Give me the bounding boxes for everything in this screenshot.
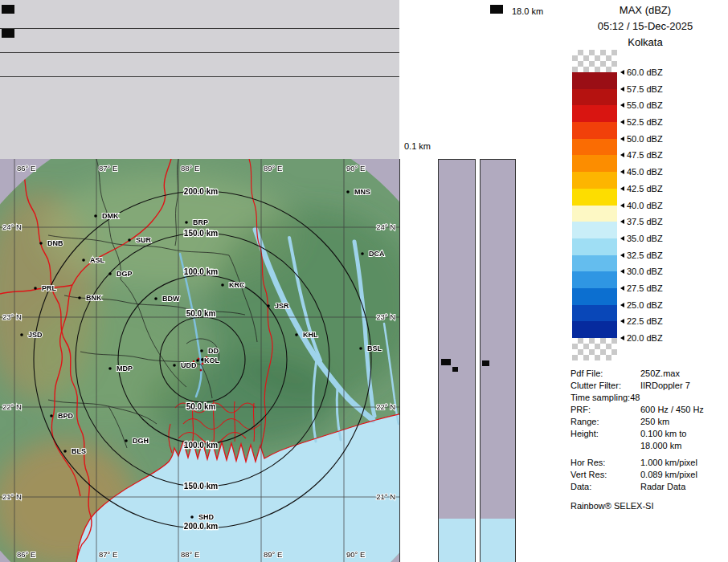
info-row: Vert Res:0.089 km/pixel bbox=[571, 469, 725, 481]
lon-label-top: 89° E bbox=[264, 164, 282, 173]
station-label-DGH: DGH bbox=[133, 437, 149, 445]
lon-label-bottom: 89° E bbox=[264, 550, 282, 559]
station-dot-JSR bbox=[267, 304, 270, 307]
station-label-DMK: DMK bbox=[102, 212, 119, 220]
colorbar-segment-14 bbox=[572, 305, 617, 322]
colorbar-segment-10 bbox=[572, 238, 617, 255]
station-dot-DCA bbox=[361, 252, 364, 255]
colorbar-segment-7 bbox=[572, 189, 617, 206]
station-label-ASL: ASL bbox=[90, 256, 105, 264]
station-label-JSD: JSD bbox=[28, 331, 43, 339]
station-dot-KRC bbox=[221, 283, 224, 287]
info-label: Height: bbox=[571, 428, 640, 440]
lon-label-bottom: 87° E bbox=[99, 550, 117, 559]
axis-tick-marker bbox=[2, 29, 14, 38]
echo-mark bbox=[441, 359, 451, 365]
station-label-DNB: DNB bbox=[47, 239, 63, 247]
height-gridline bbox=[0, 52, 399, 53]
radar-app-window: 18.0 km 0.1 km bbox=[0, 0, 728, 562]
legend-arrow-icon bbox=[620, 70, 624, 75]
lat-label-right: 22° N bbox=[376, 402, 395, 411]
info-row: Time sampling:48 bbox=[571, 392, 725, 404]
legend-label: 35.0 dBZ bbox=[627, 234, 663, 243]
legend-label: 60.0 dBZ bbox=[627, 67, 663, 77]
top-height-panel bbox=[0, 0, 399, 160]
info-row: Clutter Filter:IIRDoppler 7 bbox=[571, 380, 725, 392]
legend-label-row: 57.5 dBZ bbox=[620, 84, 663, 94]
station-dot-DD bbox=[200, 349, 203, 352]
colorbar-segment-13 bbox=[572, 288, 617, 305]
range-ring-label: 150.0 km bbox=[184, 482, 218, 491]
range-ring-label: 200.0 km bbox=[184, 522, 218, 531]
info-row: 18.000 km bbox=[571, 440, 725, 452]
station-dot-BDW bbox=[154, 297, 157, 300]
legend-label: 57.5 dBZ bbox=[627, 84, 663, 94]
legend-label-row: 20.0 dBZ bbox=[620, 333, 663, 343]
lat-label-right: 23° N bbox=[376, 312, 395, 321]
lat-label-right: 21° N bbox=[376, 492, 395, 501]
colorbar-segment-5 bbox=[572, 155, 617, 172]
station-dot-PRL bbox=[34, 287, 37, 290]
product-info-block: Pdf File:250Z.maxClutter Filter:IIRDoppl… bbox=[571, 368, 725, 511]
station-label-BSL: BSL bbox=[367, 344, 382, 352]
station-dot-MNS bbox=[346, 190, 350, 193]
legend-arrow-icon bbox=[620, 87, 624, 92]
station-dot-BRP bbox=[185, 221, 188, 224]
colorbar-segment-15 bbox=[572, 321, 617, 338]
legend-label: 52.5 dBZ bbox=[627, 117, 663, 127]
legend-label-row: 35.0 dBZ bbox=[620, 234, 663, 243]
info-value: IIRDoppler 7 bbox=[640, 381, 690, 390]
legend-label: 30.0 dBZ bbox=[627, 267, 663, 276]
info-row: Data:Radar Data bbox=[571, 481, 725, 493]
legend-label-row: 42.5 dBZ bbox=[620, 184, 663, 193]
station-label-MDP: MDP bbox=[117, 364, 133, 373]
station-label-SUR: SUR bbox=[136, 236, 152, 244]
colorbar-segment-9 bbox=[572, 222, 617, 238]
echo-mark bbox=[452, 367, 458, 372]
info-label: Time sampling:48 bbox=[571, 392, 640, 404]
legend-label-row: 22.5 dBZ bbox=[620, 316, 663, 326]
station-dot-KOL bbox=[196, 359, 199, 362]
info-label: Vert Res: bbox=[571, 469, 640, 481]
legend-arrow-icon bbox=[620, 303, 624, 307]
station-dot-MDP bbox=[108, 367, 112, 370]
lon-label-bottom: 86° E bbox=[17, 550, 35, 559]
station-label-BLS: BLS bbox=[72, 447, 86, 455]
legend-label-row: 32.5 dBZ bbox=[620, 250, 663, 260]
station-label-MNS: MNS bbox=[354, 188, 370, 196]
legend-label: 47.5 dBZ bbox=[627, 150, 663, 160]
lon-label-top: 87° E bbox=[99, 164, 117, 173]
lon-label-top: 90° E bbox=[346, 164, 365, 173]
info-row: PRF:600 Hz / 450 Hz bbox=[571, 404, 725, 416]
legend-label: 37.5 dBZ bbox=[627, 217, 663, 226]
radar-map-canvas: 200.0 km150.0 km100.0 km50.0 km50.0 km10… bbox=[0, 159, 399, 562]
legend-arrow-icon bbox=[620, 336, 624, 340]
station-label-KOL: KOL bbox=[204, 356, 220, 364]
colorbar-segment-1 bbox=[572, 89, 617, 106]
legend-label-row: 45.0 dBZ bbox=[620, 167, 663, 177]
station-dot-BPD bbox=[50, 414, 53, 417]
station-label-BDW: BDW bbox=[162, 295, 180, 303]
info-value: 250Z.max bbox=[640, 369, 680, 378]
legend-arrow-icon bbox=[620, 269, 624, 274]
station-label-DCA: DCA bbox=[369, 250, 385, 258]
range-ring-label: 50.0 km bbox=[186, 309, 216, 318]
info-value: 18.000 km bbox=[640, 441, 681, 450]
lat-label-left: 22° N bbox=[2, 402, 22, 411]
station-dot-DGH bbox=[125, 439, 128, 442]
side-height-panel-1 bbox=[438, 159, 476, 562]
legend-label: 27.5 dBZ bbox=[627, 283, 663, 293]
legend-arrow-icon bbox=[620, 319, 624, 324]
radar-map[interactable]: 200.0 km150.0 km100.0 km50.0 km50.0 km10… bbox=[0, 159, 400, 562]
height-axis-min-label: 0.1 km bbox=[404, 141, 431, 151]
colorbar-segment-2 bbox=[572, 105, 617, 122]
legend-label: 22.5 dBZ bbox=[627, 316, 663, 326]
station-label-JSR: JSR bbox=[275, 302, 289, 310]
station-label-SHD: SHD bbox=[198, 513, 215, 521]
legend-label-row: 50.0 dBZ bbox=[620, 134, 663, 144]
station-dot-KHL bbox=[295, 333, 298, 336]
colorbar-segment-4 bbox=[572, 139, 617, 156]
legend-label-row: 55.0 dBZ bbox=[620, 100, 663, 110]
station-dot-BLS bbox=[63, 450, 67, 453]
legend-arrow-icon bbox=[620, 236, 624, 241]
